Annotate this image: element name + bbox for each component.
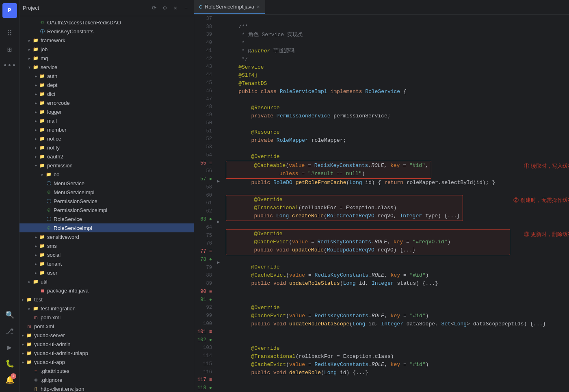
folder-icon: 📁: [26, 359, 32, 365]
folder-icon: 📁: [39, 260, 45, 267]
tree-item-errorcode[interactable]: 📁 errorcode: [19, 98, 194, 107]
folder-icon: 📁: [39, 108, 45, 115]
search-icon[interactable]: 🔍: [2, 308, 17, 322]
folder-icon: 📁: [26, 341, 32, 347]
tree-item-notice[interactable]: 📁 notice: [19, 134, 194, 143]
main-code-content[interactable]: /** * 角色 Service 实现类 * * @author 芋道源码 */…: [223, 15, 569, 392]
notification-count: 1: [11, 373, 16, 379]
folder-icon: 📁: [39, 153, 45, 160]
gutter-line-117: 117 ≡: [194, 376, 214, 384]
pom-icon: m: [32, 314, 39, 321]
tree-item-social[interactable]: 📁 social: [19, 250, 194, 259]
fold-arrow-57[interactable]: ▶: [214, 177, 223, 185]
tree-item-sensitiveword[interactable]: 📁 sensitiveword: [19, 232, 194, 241]
folder-icon: 📁: [26, 350, 32, 356]
tree-item-permissionserviceimpl[interactable]: © PermissionServiceImpl: [19, 206, 194, 214]
tree-item-yudaouiapp[interactable]: 📁 yudao-ui-app: [19, 357, 194, 366]
folder-icon: 📁: [39, 82, 45, 88]
refresh-icon[interactable]: ⟳: [150, 4, 159, 13]
tree-item-service[interactable]: 📁 service: [19, 63, 194, 71]
gutter-line-55: 55 ≡: [194, 159, 214, 167]
folder-icon: 📁: [32, 64, 39, 70]
tree-item-httpenv[interactable]: {} http-client.env.json: [19, 384, 194, 392]
tree-item-sms[interactable]: 📁 sms: [19, 241, 194, 250]
folder-icon: 📁: [39, 162, 45, 169]
tree-item-roleserviceimpl[interactable]: © RoleServiceImpl: [19, 223, 194, 232]
folder-icon: 📁: [39, 243, 45, 249]
tree-item-mq[interactable]: 📁 mq: [19, 54, 194, 63]
fold-arrow-78[interactable]: ▶: [214, 258, 223, 266]
tab-roleserviceimpl[interactable]: C RoleServiceImpl.java ×: [194, 0, 265, 14]
project-tree: © OAuth2AccessTokenRedisDAO ⓘ RedisKeyCo…: [19, 16, 194, 392]
tree-item-roleservice[interactable]: ⓘ RoleService: [19, 214, 194, 223]
tree-item-framework[interactable]: 📁 framework: [19, 36, 194, 45]
project-icon[interactable]: P: [2, 3, 17, 18]
tree-item-menuservice[interactable]: ⓘ MenuService: [19, 179, 194, 188]
tab-label: RoleServiceImpl.java: [205, 4, 254, 10]
tree-item-yudaoserver[interactable]: 📁 yudao-server: [19, 331, 194, 340]
activity-bar: P ⠿ ⊞ ••• 🔍 ⎇ ▶ 🐛 🔔 1: [0, 0, 19, 392]
git-icon[interactable]: ⎇: [2, 324, 17, 338]
gitignore-icon: ⊗: [32, 377, 39, 383]
tree-item-notify[interactable]: 📁 notify: [19, 143, 194, 152]
tree-item-oauth2token[interactable]: © OAuth2AccessTokenRedisDAO: [19, 18, 194, 27]
tree-item-dict[interactable]: 📁 dict: [19, 89, 194, 98]
tree-item-user[interactable]: 📁 user: [19, 268, 194, 277]
tree-item-gitattributes[interactable]: ≡ .gitattributes: [19, 366, 194, 375]
tree-item-util[interactable]: 📁 util: [19, 277, 194, 286]
tree-item-rediskey[interactable]: ⓘ RedisKeyConstants: [19, 27, 194, 36]
circle-i-icon: ⓘ: [39, 28, 45, 35]
tree-item-pom1[interactable]: m pom.xml: [19, 313, 194, 322]
run-icon[interactable]: ▶: [2, 340, 17, 355]
gutter-line-77: 77 ≡: [194, 247, 214, 256]
tree-item-member[interactable]: 📁 member: [19, 125, 194, 134]
tree-item-test[interactable]: 📁 test: [19, 295, 194, 304]
folder-icon: 📁: [39, 135, 45, 142]
folder-icon: 📁: [39, 269, 45, 276]
sidebar-toolbar: ⟳ ⚙ ✕ −: [150, 4, 190, 13]
tree-item-permission[interactable]: 📁 permission: [19, 161, 194, 170]
tree-item-pkginfo[interactable]: ◼ package-info.java: [19, 286, 194, 295]
close-icon[interactable]: ✕: [171, 4, 180, 13]
folder-icon: 📁: [32, 305, 39, 312]
circle-c-icon: ©: [45, 225, 52, 231]
pom-icon: m: [26, 323, 32, 329]
minimize-icon[interactable]: −: [182, 4, 190, 13]
circle-c-icon: ©: [39, 19, 45, 26]
structure-icon[interactable]: ⠿: [2, 26, 17, 41]
tree-item-dept[interactable]: 📁 dept: [19, 80, 194, 89]
folder-icon: 📁: [39, 73, 45, 79]
tree-item-gitignore[interactable]: ⊗ .gitignore: [19, 375, 194, 384]
tree-item-mail[interactable]: 📁 mail: [19, 116, 194, 125]
tree-item-logger[interactable]: 📁 logger: [19, 107, 194, 116]
annotation-label-3: ③ 更新时，删除缓存: [524, 231, 569, 238]
tree-item-oauth2[interactable]: 📁 oauth2: [19, 152, 194, 161]
folder-icon: 📁: [32, 55, 39, 61]
tree-item-bo[interactable]: 📁 bo: [19, 170, 194, 179]
folder-icon: 📁: [39, 144, 45, 151]
circle-i-icon: ⓘ: [45, 198, 52, 204]
modules-icon[interactable]: ⊞: [2, 42, 17, 57]
line-number-gutter: 37 38 39 40 41 42 43 44 45 46 47 48 49 5…: [194, 15, 214, 392]
tree-item-yudaouiadmin[interactable]: 📁 yudao-ui-admin: [19, 340, 194, 349]
editor-area: C RoleServiceImpl.java × 37 38 39 40 41 …: [194, 0, 569, 392]
folder-icon: 📁: [39, 91, 45, 97]
folder-icon: 📁: [39, 251, 45, 258]
tree-item-job[interactable]: 📁 job: [19, 45, 194, 54]
tree-item-auth[interactable]: 📁 auth: [19, 71, 194, 80]
tab-close-button[interactable]: ×: [257, 4, 260, 10]
more-icon[interactable]: •••: [2, 58, 17, 73]
gear-icon[interactable]: ⚙: [160, 4, 169, 13]
tree-item-tenant[interactable]: 📁 tenant: [19, 259, 194, 268]
tree-item-yudaouiadminuni[interactable]: 📁 yudao-ui-admin-uniapp: [19, 349, 194, 357]
sidebar-title: Project: [23, 5, 147, 11]
fold-arrow-63[interactable]: ▶: [214, 218, 223, 226]
notifications-icon[interactable]: 🔔 1: [2, 373, 17, 387]
tree-item-permissionservice[interactable]: ⓘ PermissionService: [19, 197, 194, 206]
debug-icon[interactable]: 🐛: [2, 356, 17, 371]
tree-item-testint[interactable]: 📁 test-integration: [19, 304, 194, 313]
tree-item-menuserviceimpl[interactable]: © MenuServiceImpl: [19, 188, 194, 197]
tree-item-pom2[interactable]: m pom.xml: [19, 322, 194, 331]
fold-gutter: ▶ ▶ ▶: [214, 15, 223, 392]
folder-icon: 📁: [32, 46, 39, 52]
